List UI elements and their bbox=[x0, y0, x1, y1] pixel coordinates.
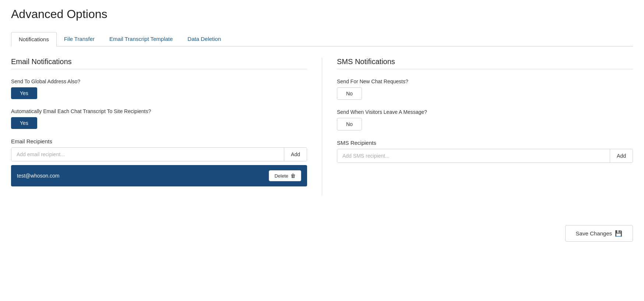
save-icon: 💾 bbox=[615, 230, 622, 237]
tabs-container: Notifications File Transfer Email Transc… bbox=[11, 32, 633, 46]
tab-email-transcript[interactable]: Email Transcript Template bbox=[102, 32, 180, 46]
new-chat-label: Send For New Chat Requests? bbox=[337, 78, 633, 84]
visitor-message-field: Send When Visitors Leave A Message? No bbox=[337, 109, 633, 130]
transcript-field: Automatically Email Each Chat Transcript… bbox=[11, 108, 307, 129]
transcript-label: Automatically Email Each Chat Transcript… bbox=[11, 108, 307, 114]
tab-data-deletion[interactable]: Data Deletion bbox=[180, 32, 228, 46]
tab-notifications[interactable]: Notifications bbox=[11, 32, 57, 46]
email-add-button[interactable]: Add bbox=[284, 148, 307, 161]
sms-notifications-title: SMS Notifications bbox=[337, 57, 633, 69]
save-changes-button[interactable]: Save Changes 💾 bbox=[565, 225, 633, 242]
visitor-message-label: Send When Visitors Leave A Message? bbox=[337, 109, 633, 115]
save-label: Save Changes bbox=[576, 230, 612, 237]
email-recipients-label: Email Recipients bbox=[11, 138, 307, 144]
trash-icon: 🗑 bbox=[291, 173, 296, 179]
sms-recipient-input[interactable] bbox=[337, 149, 610, 162]
sms-recipients-field: SMS Recipients Add bbox=[337, 140, 633, 163]
email-recipient-row: test@whoson.com Delete 🗑 bbox=[11, 165, 307, 186]
global-address-label: Send To Global Address Also? bbox=[11, 78, 307, 84]
tab-file-transfer[interactable]: File Transfer bbox=[57, 32, 102, 46]
global-address-toggle[interactable]: Yes bbox=[11, 87, 37, 99]
sms-input-row: Add bbox=[337, 149, 633, 163]
global-address-field: Send To Global Address Also? Yes bbox=[11, 78, 307, 99]
transcript-toggle[interactable]: Yes bbox=[11, 117, 37, 129]
new-chat-field: Send For New Chat Requests? No bbox=[337, 78, 633, 100]
email-notifications-panel: Email Notifications Send To Global Addre… bbox=[11, 57, 322, 196]
delete-recipient-button[interactable]: Delete 🗑 bbox=[269, 170, 301, 181]
content-area: Email Notifications Send To Global Addre… bbox=[11, 57, 633, 196]
sms-notifications-panel: SMS Notifications Send For New Chat Requ… bbox=[322, 57, 633, 196]
email-recipients-field: Email Recipients Add test@whoson.com Del… bbox=[11, 138, 307, 186]
sms-recipients-label: SMS Recipients bbox=[337, 140, 633, 146]
email-recipient-input[interactable] bbox=[11, 148, 284, 161]
visitor-message-toggle[interactable]: No bbox=[337, 118, 362, 130]
footer: Save Changes 💾 bbox=[11, 218, 633, 242]
delete-label: Delete bbox=[274, 173, 288, 179]
recipient-email-text: test@whoson.com bbox=[17, 173, 59, 179]
page-title: Advanced Options bbox=[11, 7, 633, 21]
new-chat-toggle[interactable]: No bbox=[337, 87, 362, 100]
email-notifications-title: Email Notifications bbox=[11, 57, 307, 69]
email-input-row: Add bbox=[11, 147, 307, 161]
sms-add-button[interactable]: Add bbox=[610, 149, 633, 162]
